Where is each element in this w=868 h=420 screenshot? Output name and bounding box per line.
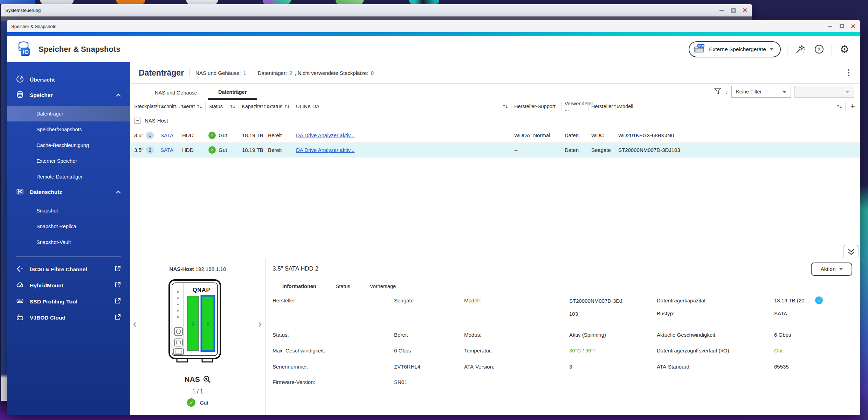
field-value: 6 Gbps (774, 332, 791, 338)
da-analyzer-link[interactable]: DA Drive Analyzer aktiv... (296, 147, 354, 153)
filter-secondary-select[interactable]: - (794, 86, 854, 98)
col-geraet: Gerät (182, 104, 195, 109)
sort-button[interactable]: ↑↓ (836, 104, 842, 109)
cloud-icon (16, 281, 24, 290)
sidebar-item-datentraeger[interactable]: Datenträger (7, 106, 130, 121)
da-analyzer-link[interactable]: DA Drive Analyzer aktiv... (296, 132, 354, 138)
sidebar-item-externer-speicher[interactable]: Externer Speicher (7, 153, 130, 169)
chevron-down-icon (839, 268, 843, 270)
interface-link[interactable]: SATA (160, 147, 173, 153)
gauge-icon (16, 75, 24, 84)
detail-section: NAS-Host 192.168.1.10 ‹ › QNAP 1 (130, 258, 860, 415)
sidebar-link-label: HybridMount (30, 282, 63, 289)
col-modell: Modell (618, 104, 633, 109)
info-icon[interactable]: i (815, 296, 823, 304)
gear-icon: ⚙ (840, 44, 849, 55)
field-value: Seagate (394, 298, 414, 303)
sidebar-item-uebersicht[interactable]: Übersicht (7, 72, 130, 88)
table-row[interactable]: 3.5"1 SATA HDD ✓Gut 18.19 TB Bereit DA D… (130, 128, 860, 143)
filter-select[interactable]: Keine Filter (731, 86, 791, 98)
table-header: Steckplatz↑↓ Schnitt...↑↓ Gerät↑↓ Status… (130, 100, 860, 113)
wizard-button[interactable] (794, 43, 806, 56)
sidebar-link-iscsi[interactable]: iSCSI & Fibre Channel (7, 261, 130, 278)
desktop-icon (186, 0, 218, 4)
action-button[interactable]: Aktion (811, 262, 852, 276)
prev-device-button[interactable]: ‹ (133, 318, 137, 329)
interface-link[interactable]: SATA (160, 132, 173, 138)
chevron-down-icon (845, 91, 849, 93)
window-titlebar[interactable]: Speicher & Snapshots ✕ (7, 20, 860, 32)
next-device-button[interactable]: › (258, 318, 262, 329)
sort-button[interactable]: ↑↓ (196, 104, 202, 109)
sidebar-item-datenschutz[interactable]: Datenschutz (7, 184, 130, 200)
raid-drive-icon: RAID (694, 43, 705, 55)
col-status: Status (208, 104, 223, 109)
field-label: Max. Geschwindigkeit: (273, 348, 325, 354)
sidebar-item-snapshot-vault[interactable]: Snapshot-Vault (7, 234, 130, 250)
sidebar-divider (16, 256, 121, 257)
device-pager: 1 / 1 (130, 388, 265, 395)
sidebar-item-speicher-snapshots[interactable]: Speicher/Snapshots (7, 121, 130, 137)
sidebar-item-snapshot-replica[interactable]: Snapshot Replica (7, 218, 130, 234)
sidebar-item-speicher[interactable]: Speicher (7, 88, 130, 103)
health-ok-icon: ✓ (208, 132, 216, 139)
device-name: NAS (184, 375, 200, 384)
tab-informationen[interactable]: Informationen (273, 280, 326, 293)
field-label: Temperatur: (464, 348, 492, 354)
detail-tabs: Informationen Status Vorhersage (273, 280, 406, 293)
sort-button[interactable]: ↑↓ (229, 104, 235, 109)
maximize-button[interactable] (731, 8, 736, 13)
table-group-row: − NAS-Host (130, 113, 860, 128)
close-button[interactable]: ✕ (850, 24, 856, 29)
external-storage-button[interactable]: RAID Externe Speichergeräte (689, 41, 781, 57)
minimize-button[interactable] (827, 24, 833, 29)
col-hersteller-support: Hersteller-Support (514, 104, 556, 109)
window-title: Speicher & Snapshots (11, 24, 56, 29)
sort-button[interactable]: ↑↓ (284, 104, 289, 109)
sort-button[interactable]: ↑↓ (502, 104, 508, 109)
tab-status[interactable]: Status (326, 280, 360, 293)
maximize-button[interactable] (839, 24, 844, 29)
settings-button[interactable]: ⚙ (838, 43, 851, 56)
field-label: ATA-Version: (464, 364, 494, 370)
help-button[interactable]: ? (813, 43, 825, 56)
sidebar-link-vjbod-cloud[interactable]: VJBOD Cloud (7, 310, 130, 326)
chevron-up-icon (116, 92, 121, 98)
desktop-icon (40, 0, 74, 4)
sidebar-item-remote-datentraeger[interactable]: Remote-Datenträger (7, 169, 130, 184)
zoom-in-icon[interactable] (203, 375, 211, 384)
tab-nas-und-gehaeuse[interactable]: NAS und Gehäuse (144, 84, 208, 100)
divider (190, 69, 190, 77)
field-value-io: Gut (774, 348, 783, 354)
external-link-icon (114, 314, 121, 322)
field-label: Hersteller: (273, 298, 296, 303)
svg-text:SSD: SSD (18, 300, 22, 302)
sidebar-item-snapshot[interactable]: Snapshot (7, 203, 130, 218)
table-row-selected[interactable]: 3.5"2 SATA HDD ✓Gut 18.19 TB Bereit DA D… (130, 143, 860, 158)
add-column-button[interactable]: + (845, 102, 860, 111)
external-storage-label: Externe Speichergeräte (709, 46, 766, 52)
more-menu-button[interactable] (846, 67, 852, 78)
storage-snapshots-window: Speicher & Snapshots ✕ Speicher & Snapsh… (7, 20, 860, 415)
close-button[interactable]: ✕ (742, 8, 748, 13)
field-value: 3 (569, 364, 572, 370)
sidebar-link-ssd-profiling[interactable]: SSD SSD Profiling-Tool (7, 294, 130, 310)
nas-brand-label: QNAP (193, 287, 210, 293)
health-ok-icon: ✓ (208, 146, 216, 154)
control-panel-titlebar[interactable]: Systemsteuerung ✕ (1, 4, 752, 16)
tab-datentraeger[interactable]: Datenträger (208, 84, 257, 100)
field-label: Firmware-Version: (273, 379, 315, 385)
minimize-button[interactable] (719, 8, 724, 13)
col-ulink: ULINK DA (296, 104, 319, 109)
collapse-panel-button[interactable] (843, 245, 859, 258)
field-value: 6 Gbps (394, 348, 411, 354)
sidebar-item-cache[interactable]: Cache-Beschleunigung (7, 137, 130, 153)
divider (832, 44, 832, 55)
field-label: Modus: (464, 332, 481, 338)
sidebar-link-hybridmount[interactable]: HybridMount (7, 278, 130, 294)
nas-illustration[interactable]: QNAP 1 2 (168, 279, 222, 369)
sidebar-link-label: iSCSI & Fibre Channel (30, 266, 87, 273)
field-value: SATA (774, 310, 787, 316)
collapse-group-button[interactable]: − (135, 118, 140, 124)
tab-vorhersage[interactable]: Vorhersage (360, 280, 406, 293)
